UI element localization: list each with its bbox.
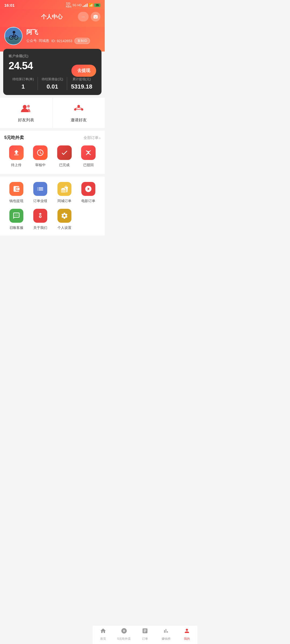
status-icons: 320KB/s 5G HD 📶 35 — [66, 2, 100, 8]
bottom-nav: 首页 5元吃外卖 订单 赚钱榜 — [93, 625, 105, 644]
completed-icon-wrap — [57, 145, 72, 160]
friend-list-label: 好友列表 — [18, 118, 34, 123]
local-orders-label: 同城订单 — [57, 199, 71, 203]
pending-upload-icon-wrap — [9, 145, 24, 160]
menu-item-customer-service[interactable]: 召唤客服 — [4, 209, 28, 230]
reviewing-label: 审核中 — [35, 163, 46, 167]
stat-total-withdrawn-value: 5319.18 — [67, 83, 96, 90]
stat-total-withdrawn: 累计提现(元) 5319.18 — [67, 77, 96, 90]
profile-public-label: 公众号: 同城惠 — [26, 38, 49, 43]
svg-point-14 — [77, 105, 80, 108]
camera-icon — [93, 14, 98, 19]
medal-icon — [37, 212, 44, 219]
menu-item-movie-orders[interactable]: 电影订单 — [77, 182, 101, 203]
gear-icon — [61, 212, 68, 219]
profile-info: 阿飞 公众号: 同城惠 ID: 92142653 复制ID — [26, 28, 100, 44]
movie-orders-label: 电影订单 — [81, 199, 95, 203]
food-icon — [61, 185, 68, 193]
copy-id-button[interactable]: 复制ID — [74, 38, 90, 44]
friend-list-item[interactable]: 好友列表 — [0, 98, 53, 128]
order-header: 5元吃外卖 全部订单 › — [4, 135, 100, 141]
customer-service-icon-wrap — [9, 209, 23, 223]
order-item-reviewing[interactable]: 审核中 — [28, 145, 53, 167]
clock-icon — [37, 149, 44, 156]
svg-point-4 — [13, 31, 15, 34]
order-section-title: 5元吃外卖 — [4, 135, 24, 141]
rejected-label: 已驳回 — [83, 163, 94, 167]
pending-upload-label: 待上传 — [11, 163, 21, 167]
stat-pending-orders-value: 1 — [9, 83, 38, 90]
all-orders-link[interactable]: 全部订单 › — [84, 136, 100, 140]
home-nav-label: 首页 — [100, 637, 105, 641]
network-label: 5G HD — [73, 3, 82, 7]
settings-label: 个人设置 — [57, 225, 71, 230]
status-time: 16:01 — [4, 3, 15, 8]
stat-pending-commission: 待结算佣金(元) 0.01 — [38, 77, 67, 90]
order-section: 5元吃外卖 全部订单 › 待上传 审核中 — [0, 131, 105, 174]
movie-orders-icon-wrap — [81, 182, 95, 196]
friends-section: 好友列表 邀请好友 — [0, 98, 105, 128]
data-speed: 320KB/s — [66, 2, 71, 8]
menu-item-local-orders[interactable]: 同城订单 — [52, 182, 77, 203]
order-items: 待上传 审核中 已完成 — [4, 145, 100, 172]
status-bar: 16:01 320KB/s 5G HD 📶 35 — [0, 0, 105, 9]
order-item-rejected[interactable]: 已驳回 — [77, 145, 101, 167]
withdraw-button[interactable]: 去提现 — [71, 65, 96, 77]
signal-icon — [83, 3, 88, 7]
list-icon — [37, 185, 44, 193]
customer-service-label: 召唤客服 — [9, 225, 23, 230]
settings-icon-wrap — [57, 209, 71, 223]
wallet-label: 钱包提现 — [9, 199, 23, 203]
profile-name: 阿飞 — [26, 28, 100, 36]
stat-pending-orders: 待结算订单(单) 1 — [9, 77, 38, 90]
stat-pending-commission-value: 0.01 — [38, 83, 67, 90]
stat-pending-orders-label: 待结算订单(单) — [9, 77, 38, 82]
completed-label: 已完成 — [59, 163, 70, 167]
chevron-right-icon: › — [99, 136, 100, 140]
more-button[interactable]: ··· — [78, 12, 89, 21]
page-header: 个人中心 ··· — [0, 9, 105, 27]
reviewing-icon-wrap — [33, 145, 48, 160]
wifi-icon: 📶 — [89, 3, 93, 7]
wallet-icon-wrap — [9, 182, 23, 196]
invite-friend-label: 邀请好友 — [71, 118, 87, 123]
svg-point-13 — [27, 105, 30, 108]
rejected-icon-wrap — [81, 145, 96, 160]
order-item-pending-upload[interactable]: 待上传 — [4, 145, 28, 167]
about-label: 关于我们 — [33, 225, 47, 230]
menu-grid: 钱包提现 订单业绩 同城订单 — [4, 182, 100, 230]
about-icon-wrap — [33, 209, 47, 223]
stat-total-withdrawn-label: 累计提现(元) — [67, 77, 96, 82]
movie-icon — [85, 185, 92, 193]
camera-button[interactable] — [91, 12, 100, 21]
svg-rect-3 — [5, 37, 21, 44]
svg-line-17 — [75, 108, 79, 108]
svg-line-18 — [79, 108, 82, 108]
wallet-icon — [13, 185, 20, 193]
balance-label: 账户余额(元) — [9, 54, 96, 58]
profile-meta: 公众号: 同城惠 ID: 92142653 复制ID — [26, 38, 100, 44]
profile-section: 阿飞 公众号: 同城惠 ID: 92142653 复制ID — [0, 27, 105, 52]
local-orders-icon-wrap — [57, 182, 71, 196]
menu-item-wallet[interactable]: 钱包提现 — [4, 182, 28, 203]
avatar-image — [5, 28, 21, 44]
friends-icon — [21, 104, 31, 115]
menu-item-about[interactable]: 关于我们 — [28, 209, 53, 230]
menu-item-settings[interactable]: 个人设置 — [52, 209, 77, 230]
menu-section: 钱包提现 订单业绩 同城订单 — [0, 177, 105, 236]
home-nav-icon — [100, 628, 105, 636]
nav-item-home[interactable]: 首页 — [93, 628, 105, 641]
invite-friend-item[interactable]: 邀请好友 — [53, 98, 105, 128]
all-orders-label: 全部订单 — [84, 136, 99, 140]
avatar[interactable] — [4, 27, 23, 45]
battery-icon: 35 — [94, 3, 100, 7]
order-item-completed[interactable]: 已完成 — [52, 145, 77, 167]
stat-pending-commission-label: 待结算佣金(元) — [38, 77, 67, 82]
profile-id: ID: 92142653 — [51, 39, 72, 43]
balance-stats: 待结算订单(单) 1 待结算佣金(元) 0.01 累计提现(元) 5319.18 — [9, 77, 96, 90]
svg-point-12 — [23, 105, 27, 109]
upload-icon — [13, 149, 20, 156]
menu-item-performance[interactable]: 订单业绩 — [28, 182, 53, 203]
check-icon — [61, 149, 68, 156]
balance-card: 账户余额(元) 24.54 去提现 待结算订单(单) 1 待结算佣金(元) 0.… — [3, 49, 102, 95]
